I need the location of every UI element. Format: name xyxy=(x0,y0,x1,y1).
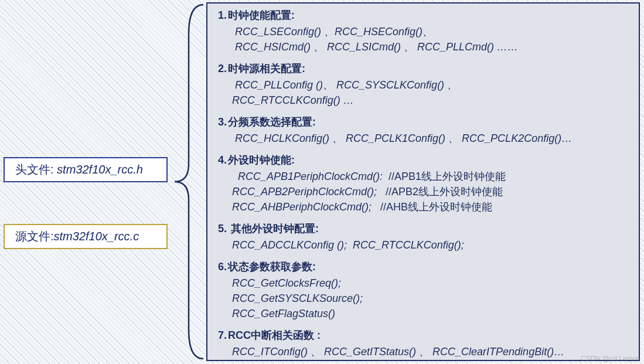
fn-line: RCC_ITConfig() 、 RCC_GetITStatus() 、 RCC… xyxy=(232,344,628,359)
section-rcc-interrupt: 7.RCC中断相关函数 : RCC_ITConfig() 、 RCC_GetIT… xyxy=(218,327,628,359)
fn-comment: //APB2线上外设时钟使能 xyxy=(377,186,503,198)
fn-line: RCC_PLLConfig ()、 RCC_SYSCLKConfig() 、 xyxy=(232,77,628,93)
section-label: 分频系数选择配置: xyxy=(228,116,316,128)
section-body: RCC_HCLKConfig() 、 RCC_PCLK1Config() 、 R… xyxy=(232,131,628,146)
section-title: 6.状态参数获取参数: xyxy=(218,258,628,275)
section-clock-source-config: 2.时钟源相关配置: RCC_PLLConfig ()、 RCC_SYSCLKC… xyxy=(218,60,628,108)
section-body: RCC_PLLConfig ()、 RCC_SYSCLKConfig() 、 R… xyxy=(232,77,628,108)
section-num: 3. xyxy=(218,116,227,128)
section-label: 其他外设时钟配置: xyxy=(228,223,319,234)
section-body: RCC_GetClocksFreq(); RCC_GetSYSCLKSource… xyxy=(232,275,628,321)
section-num: 5. xyxy=(218,223,227,234)
section-prescaler-config: 3.分频系数选择配置: RCC_HCLKConfig() 、 RCC_PCLK1… xyxy=(218,114,628,146)
fn-name: RCC_APB1PeriphClockCmd(): xyxy=(232,171,383,182)
fn-line: RCC_RTCCLKConfig() … xyxy=(232,93,628,108)
fn-comment: //APB1线上外设时钟使能 xyxy=(383,171,506,182)
rcc-functions-panel: 1.时钟使能配置: RCC_LSEConfig() 、RCC_HSEConfig… xyxy=(206,2,640,361)
fn-line: RCC_LSEConfig() 、RCC_HSEConfig()、 xyxy=(232,24,628,39)
fn-name: RCC_APB2PeriphClockCmd(); xyxy=(232,186,377,198)
section-periph-clock-enable: 4.外设时钟使能: RCC_APB1PeriphClockCmd(): //AP… xyxy=(218,152,628,215)
watermark-text: CSDN @cd:Lemon xyxy=(581,355,640,363)
section-title: 3.分频系数选择配置: xyxy=(218,114,628,131)
fn-line: RCC_HSICmd() 、 RCC_LSICmd() 、 RCC_PLLCmd… xyxy=(232,39,628,55)
fn-line: RCC_APB2PeriphClockCmd(); //APB2线上外设时钟使能 xyxy=(232,184,628,199)
fn-line: RCC_GetSYSCLKSource(); xyxy=(232,291,628,306)
section-other-periph-clock: 5. 其他外设时钟配置: RCC_ADCCLKConfig (); RCC_RT… xyxy=(218,220,628,253)
section-title: 2.时钟源相关配置: xyxy=(218,60,628,77)
fn-name: RCC_AHBPeriphClockCmd(); xyxy=(232,201,372,213)
header-label-prefix: 头文件: xyxy=(15,163,54,176)
section-title: 4.外设时钟使能: xyxy=(218,152,628,169)
fn-line: RCC_GetFlagStatus() xyxy=(232,306,628,321)
fn-line: RCC_ADCCLKConfig (); RCC_RTCCLKConfig(); xyxy=(232,237,628,253)
source-file-card: 源文件:stm32f10x_rcc.c xyxy=(4,224,168,249)
section-body: RCC_ADCCLKConfig (); RCC_RTCCLKConfig(); xyxy=(232,237,628,253)
source-label-prefix: 源文件: xyxy=(15,230,54,243)
section-label-rest: 中断相关函数 : xyxy=(251,329,321,341)
fn-comment: //AHB线上外设时钟使能 xyxy=(372,201,492,213)
section-num: 1. xyxy=(218,9,227,21)
source-file-name: stm32f10x_rcc.c xyxy=(54,230,139,243)
curly-brace-icon xyxy=(171,2,206,361)
section-label: 状态参数获取参数: xyxy=(228,261,316,273)
section-label: 时钟源相关配置: xyxy=(228,63,305,74)
header-file-card: 头文件: stm32f10x_rcc.h xyxy=(4,157,168,182)
section-title: 7.RCC中断相关函数 : xyxy=(218,327,628,344)
section-title: 5. 其他外设时钟配置: xyxy=(218,220,628,237)
header-file-name: stm32f10x_rcc.h xyxy=(54,163,143,176)
section-num: 6. xyxy=(218,261,227,273)
section-label-bold: RCC xyxy=(228,329,251,341)
section-body: RCC_LSEConfig() 、RCC_HSEConfig()、 RCC_HS… xyxy=(232,24,628,55)
fn-line: RCC_HCLKConfig() 、 RCC_PCLK1Config() 、 R… xyxy=(232,131,628,146)
section-label: 外设时钟使能: xyxy=(228,154,295,166)
section-num: 7. xyxy=(218,329,227,341)
fn-line: RCC_APB1PeriphClockCmd(): //APB1线上外设时钟使能 xyxy=(232,169,628,184)
fn-line: RCC_GetClocksFreq(); xyxy=(232,275,628,291)
section-num: 2. xyxy=(218,63,227,74)
fn-line: RCC_AHBPeriphClockCmd(); //AHB线上外设时钟使能 xyxy=(232,199,628,215)
section-num: 4. xyxy=(218,154,227,166)
section-label: 时钟使能配置: xyxy=(228,9,295,21)
section-clock-enable-config: 1.时钟使能配置: RCC_LSEConfig() 、RCC_HSEConfig… xyxy=(218,7,628,55)
section-body: RCC_APB1PeriphClockCmd(): //APB1线上外设时钟使能… xyxy=(232,169,628,215)
section-body: RCC_ITConfig() 、 RCC_GetITStatus() 、 RCC… xyxy=(232,344,628,359)
section-title: 1.时钟使能配置: xyxy=(218,7,628,24)
section-status-params: 6.状态参数获取参数: RCC_GetClocksFreq(); RCC_Get… xyxy=(218,258,628,321)
